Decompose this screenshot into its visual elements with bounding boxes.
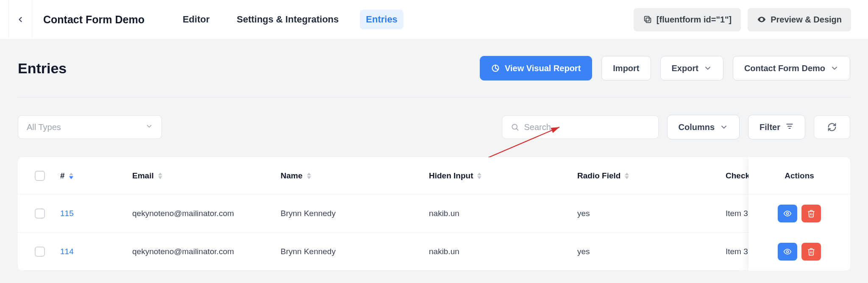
view-entry-button[interactable] <box>778 243 797 261</box>
table-row: 114 qekynoteno@mailinator.com Brynn Kenn… <box>18 233 850 271</box>
cell-hidden: nakib.un <box>429 209 577 218</box>
search-input[interactable] <box>524 122 650 132</box>
actions-column: Actions <box>748 157 850 271</box>
chevron-down-icon <box>145 122 153 130</box>
entries-table: # Email Name <box>18 157 850 271</box>
row-checkbox[interactable] <box>35 208 45 219</box>
trash-icon <box>807 209 815 218</box>
svg-rect-1 <box>645 17 649 21</box>
sort-icon[interactable] <box>158 172 162 179</box>
filter-button[interactable]: Filter <box>748 115 805 139</box>
column-header-name[interactable]: Name <box>281 171 303 180</box>
type-filter-label: All Types <box>27 122 61 132</box>
actions-cell <box>748 233 850 271</box>
eye-icon <box>783 247 792 256</box>
column-header-hidden[interactable]: Hiden Input <box>429 171 473 180</box>
sort-icon[interactable] <box>69 172 73 179</box>
preview-design-label: Preview & Design <box>771 15 842 25</box>
tab-editor[interactable]: Editor <box>177 10 216 29</box>
svg-point-9 <box>787 213 789 215</box>
delete-entry-button[interactable] <box>801 243 821 261</box>
export-label: Export <box>672 64 698 73</box>
eye-icon <box>757 15 766 24</box>
preview-design-button[interactable]: Preview & Design <box>748 8 851 31</box>
actions-cell <box>748 194 850 233</box>
sort-icon[interactable] <box>307 172 311 179</box>
search-field[interactable] <box>502 115 659 139</box>
chevron-down-icon <box>830 64 839 72</box>
cell-radio: yes <box>577 247 726 256</box>
trash-icon <box>807 247 815 256</box>
form-selector-button[interactable]: Contact Form Demo <box>733 56 850 80</box>
cell-name: Brynn Kennedy <box>281 247 429 256</box>
sort-icon[interactable] <box>477 172 481 179</box>
column-header-id[interactable]: # <box>60 171 65 180</box>
filter-label: Filter <box>760 122 780 132</box>
form-selector-label: Contact Form Demo <box>744 64 825 73</box>
view-visual-report-button[interactable]: View Visual Report <box>480 56 592 80</box>
chevron-down-icon <box>720 123 728 131</box>
tab-settings[interactable]: Settings & Integrations <box>231 10 345 29</box>
refresh-button[interactable] <box>814 115 850 139</box>
divider <box>18 97 850 98</box>
shortcode-chip[interactable]: [fluentform id="1"] <box>634 8 741 31</box>
form-title: Contact Form Demo <box>39 14 153 26</box>
cell-email: qekynoteno@mailinator.com <box>132 209 281 218</box>
visual-report-label: View Visual Report <box>505 64 581 73</box>
page-title: Entries <box>18 60 67 77</box>
chevron-down-icon <box>704 64 712 72</box>
chevron-left-icon <box>16 15 25 24</box>
row-checkbox[interactable] <box>35 247 45 257</box>
column-header-radio[interactable]: Radio Field <box>577 171 620 180</box>
refresh-icon <box>827 122 837 132</box>
delete-entry-button[interactable] <box>801 205 821 222</box>
svg-rect-0 <box>646 18 651 22</box>
tab-entries[interactable]: Entries <box>360 10 403 29</box>
cell-name: Brynn Kennedy <box>281 209 429 218</box>
type-filter-dropdown[interactable]: All Types <box>18 115 162 139</box>
entries-toolbar: All Types Columns Filter <box>18 115 850 139</box>
view-entry-button[interactable] <box>778 205 797 222</box>
back-button[interactable] <box>8 0 32 39</box>
search-icon <box>511 123 519 131</box>
entry-id-link[interactable]: 115 <box>60 209 74 218</box>
eye-icon <box>783 209 792 218</box>
table-row: 115 qekynoteno@mailinator.com Brynn Kenn… <box>18 194 850 233</box>
export-button[interactable]: Export <box>660 56 723 80</box>
svg-line-4 <box>516 129 518 130</box>
nav-tabs: Editor Settings & Integrations Entries <box>177 10 403 29</box>
copy-icon <box>643 15 652 24</box>
sort-icon[interactable] <box>625 172 629 179</box>
title-row: Entries View Visual Report Import Export… <box>18 56 850 80</box>
table-header: # Email Name <box>18 157 850 194</box>
top-header: Contact Form Demo Editor Settings & Inte… <box>0 0 868 39</box>
import-button[interactable]: Import <box>601 56 651 80</box>
pie-chart-icon <box>491 64 500 72</box>
import-label: Import <box>613 64 639 73</box>
columns-label: Columns <box>679 122 715 132</box>
column-header-email[interactable]: Email <box>132 171 154 180</box>
cell-radio: yes <box>577 209 726 218</box>
svg-point-10 <box>787 251 789 253</box>
filter-icon <box>785 122 794 130</box>
columns-button[interactable]: Columns <box>667 115 740 139</box>
entry-id-link[interactable]: 114 <box>60 247 74 256</box>
cell-hidden: nakib.un <box>429 247 577 256</box>
select-all-checkbox[interactable] <box>35 171 45 181</box>
column-header-actions: Actions <box>748 157 850 194</box>
shortcode-text: [fluentform id="1"] <box>657 15 732 25</box>
main-content: Entries View Visual Report Import Export… <box>0 39 868 271</box>
cell-email: qekynoteno@mailinator.com <box>132 247 281 256</box>
